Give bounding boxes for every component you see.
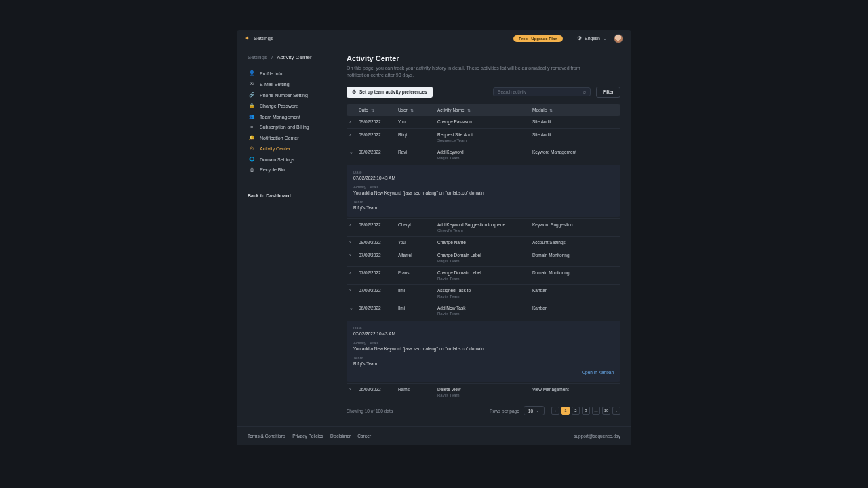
footer-link[interactable]: Disclaimer	[330, 434, 351, 439]
expand-row-toggle[interactable]: ›	[349, 288, 359, 293]
sidebar-item[interactable]: ✉E-Mail Setting	[248, 79, 336, 89]
search-input[interactable]	[498, 89, 580, 94]
pager: ‹123…10›	[551, 407, 620, 415]
chevron-down-icon: ⌄	[603, 36, 607, 41]
avatar[interactable]	[614, 34, 623, 43]
col-date[interactable]: Date⇅	[359, 108, 398, 113]
cell-activity: Add KeywordRifqi's Team	[437, 150, 532, 160]
nav-item-label: Change Password	[260, 104, 298, 108]
gear-icon: ⚙	[577, 35, 582, 41]
sidebar-item[interactable]: 🔒Change Password	[248, 101, 336, 110]
main-panel: Activity Center On this page, you can tr…	[347, 54, 620, 415]
pager-prev[interactable]: ‹	[551, 407, 559, 415]
expand-row-toggle[interactable]: ⌄	[349, 150, 359, 155]
table-header: Date⇅ User⇅ Activity Name⇅ Module⇅	[347, 104, 620, 116]
sidebar-item[interactable]: ≡Subscription and Billing	[248, 123, 336, 131]
cell-activity: Request Site AuditSequence Team	[437, 132, 532, 142]
cell-module: Site Audit	[532, 119, 585, 124]
cell-user: You	[398, 240, 437, 245]
pager-page[interactable]: 10	[602, 407, 610, 415]
cell-activity: Change Domain LabelRifqi's Team	[437, 253, 532, 263]
cell-activity: Change Name	[437, 240, 532, 245]
showing-count: Showing 10 of 100 data	[347, 409, 393, 413]
nav-item-icon: ≡	[249, 125, 254, 129]
sort-icon: ⇅	[410, 108, 414, 113]
expand-row-toggle[interactable]: ›	[349, 240, 359, 245]
cell-activity: Add New TaskRavi's Team	[437, 306, 532, 316]
footer-link[interactable]: Terms & Conditions	[248, 434, 285, 439]
cell-user: Rifqi	[398, 132, 437, 137]
open-in-kanban-link[interactable]: Open in Kanban	[353, 370, 614, 375]
expand-row-toggle[interactable]: ›	[349, 119, 359, 125]
footer-link[interactable]: Career	[357, 434, 371, 439]
cell-activity: Add Keyword Suggestion to queueCheryl's …	[437, 222, 532, 232]
page-title: Activity Center	[347, 54, 620, 62]
expand-row-toggle[interactable]: ›	[349, 253, 359, 258]
plan-badge[interactable]: Free - Upgrade Plan	[513, 35, 563, 42]
pager-page: …	[592, 407, 600, 415]
nav-item-icon: 🔒	[249, 103, 254, 108]
sidebar-item[interactable]: 🔔Notification Center	[248, 133, 336, 142]
cell-module: Domain Monitoring	[532, 270, 585, 275]
sidebar-item[interactable]: 🔗Phone Number Setting	[248, 90, 336, 100]
row-detail-panel: Date07/02/2022 10:43 AMActivity DetailYo…	[347, 165, 620, 217]
sort-icon: ⇅	[467, 108, 471, 113]
table-footer: Showing 10 of 100 data Rows per page 10 …	[347, 406, 620, 415]
table-row: ›07/02/2022IlmiAssigned Task toRavi's Te…	[347, 284, 620, 302]
nav-item-label: Profile Info	[260, 71, 282, 76]
nav-item-icon: 🔔	[249, 135, 254, 140]
cell-user: Frans	[398, 270, 437, 275]
cell-date: 09/02/2022	[359, 132, 398, 137]
col-activity[interactable]: Activity Name⇅	[437, 108, 532, 113]
cell-module: Kanban	[532, 306, 585, 310]
left-column: Settings / Activity Center 👤Profile Info…	[248, 54, 336, 415]
search-icon: ⌕	[583, 89, 586, 94]
cell-activity: Change Password	[437, 119, 532, 124]
sidebar-item[interactable]: 🌐Domain Settings	[248, 155, 336, 164]
col-user[interactable]: User⇅	[398, 108, 437, 113]
rows-per-page-select[interactable]: 10 ⌄	[524, 406, 545, 415]
pager-page[interactable]: 3	[582, 407, 590, 415]
search-field[interactable]: ⌕	[493, 87, 591, 96]
col-module[interactable]: Module⇅	[532, 108, 585, 113]
pager-next[interactable]: ›	[612, 407, 620, 415]
breadcrumb-root[interactable]: Settings	[248, 54, 267, 60]
brand-label: Settings	[254, 35, 273, 41]
nav-item-icon: 🗑	[249, 167, 254, 172]
nav-item-label: Domain Settings	[260, 157, 294, 162]
pager-page[interactable]: 1	[561, 407, 570, 415]
footer-link[interactable]: Privacy Policies	[292, 434, 323, 439]
cell-module: Account Settings	[532, 240, 585, 245]
filter-button[interactable]: Filter	[596, 87, 620, 98]
expand-row-toggle[interactable]: ›	[349, 270, 359, 276]
back-to-dashboard-link[interactable]: Back to Dashboard	[248, 193, 336, 198]
cell-user: Rams	[398, 387, 437, 392]
sidebar-item[interactable]: 👥Team Management	[248, 112, 336, 121]
table-row: ›09/02/2022YouChange PasswordSite Audit	[347, 116, 620, 128]
expand-row-toggle[interactable]: ⌄	[349, 306, 359, 311]
cell-module: Domain Monitoring	[532, 253, 585, 258]
table-row: ›08/02/2022YouChange NameAccount Setting…	[347, 236, 620, 249]
row-detail-panel: Date07/02/2022 10:43 AMActivity DetailYo…	[347, 321, 620, 382]
setup-preferences-button[interactable]: ⚙ Set up team activity preferences	[347, 87, 433, 98]
sidebar-item[interactable]: ◴Activity Center	[248, 144, 336, 153]
sidebar-item[interactable]: 🗑Recycle Bin	[248, 165, 336, 174]
sidebar-item[interactable]: 👤Profile Info	[248, 68, 336, 78]
expand-row-toggle[interactable]: ›	[349, 132, 359, 138]
table-row: ›09/02/2022RifqiRequest Site AuditSequen…	[347, 128, 620, 146]
expand-row-toggle[interactable]: ›	[349, 387, 359, 392]
setup-preferences-label: Set up team activity preferences	[359, 89, 427, 94]
cell-user: Ilmi	[398, 288, 437, 293]
nav-item-icon: 🔗	[249, 92, 254, 98]
pager-page[interactable]: 2	[572, 407, 580, 415]
support-email-link[interactable]: support@sequence.day	[574, 434, 620, 439]
cell-user: You	[398, 119, 437, 124]
expand-row-toggle[interactable]: ›	[349, 222, 359, 228]
cell-user: Cheryl	[398, 222, 437, 227]
sort-icon: ⇅	[371, 108, 374, 113]
cell-module: View Management	[532, 387, 585, 392]
cell-date: 07/02/2022	[359, 270, 398, 275]
breadcrumb-separator: /	[271, 54, 273, 60]
table-row: ›07/02/2022FransChange Domain LabelRavi'…	[347, 266, 620, 284]
language-selector[interactable]: ⚙ English ⌄	[577, 35, 607, 41]
